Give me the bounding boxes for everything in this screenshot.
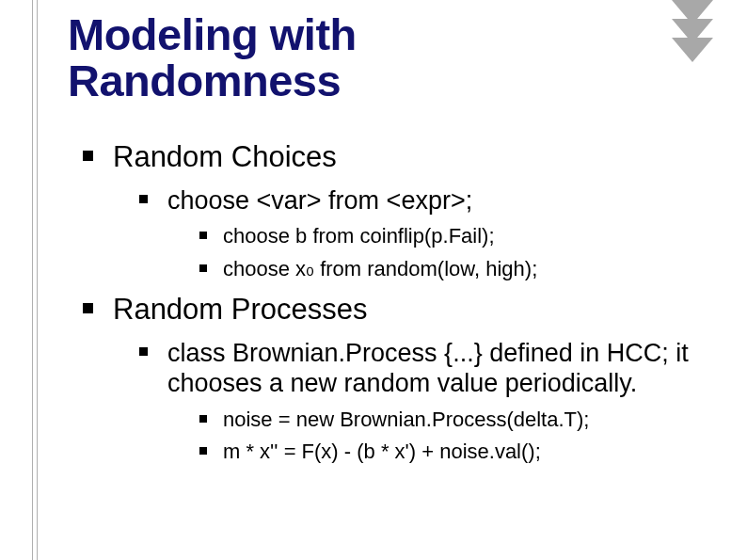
slide-body: Random Choices choose <var> from <expr>;… xyxy=(81,139,692,475)
section-heading: Random Choices choose <var> from <expr>;… xyxy=(81,139,692,282)
list-item: choose b from coinflip(p.Fail); xyxy=(199,223,692,250)
slide-title: Modeling with Randomness xyxy=(68,11,357,104)
list-item: m * x'' = F(x) - (b * x') + noise.val(); xyxy=(199,439,692,466)
left-rail-decoration xyxy=(32,0,41,560)
list-item: choose x₀ from random(low, high); xyxy=(199,256,692,283)
title-line-1: Modeling with xyxy=(68,9,357,59)
section-heading-text: Random Processes xyxy=(113,293,368,326)
slide: Modeling with Randomness Random Choices … xyxy=(0,0,747,560)
subsection: choose <var> from <expr>; choose b from … xyxy=(139,185,692,283)
section-heading-text: Random Choices xyxy=(113,140,337,173)
subsection-text: choose <var> from <expr>; xyxy=(167,186,472,215)
section-heading: Random Processes class Brownian.Process … xyxy=(81,292,692,466)
triangle-stack-decoration xyxy=(672,0,713,56)
list-item: noise = new Brownian.Process(delta.T); xyxy=(199,407,692,434)
title-line-2: Randomness xyxy=(68,56,341,105)
subsection: class Brownian.Process {...} defined in … xyxy=(139,338,692,466)
subsection-text: class Brownian.Process {...} defined in … xyxy=(167,339,689,397)
